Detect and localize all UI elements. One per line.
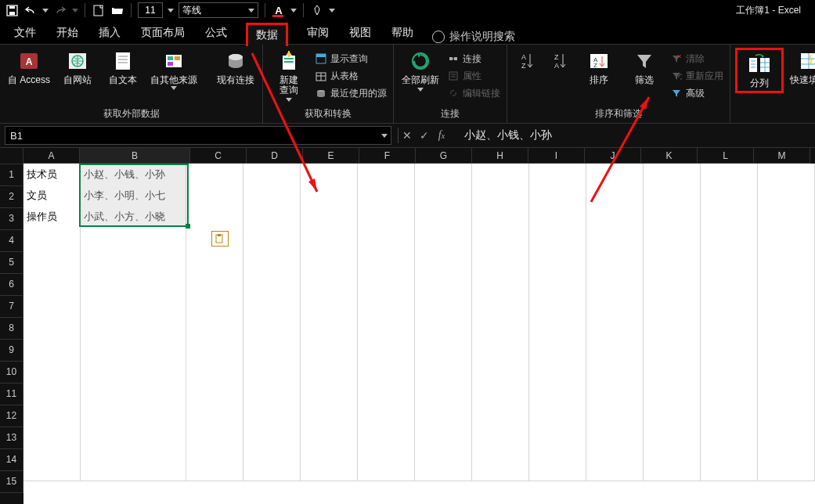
- cell[interactable]: [644, 269, 701, 291]
- cell[interactable]: [586, 438, 644, 460]
- connections-button[interactable]: 连接: [445, 51, 502, 67]
- cell[interactable]: [644, 227, 701, 249]
- cell[interactable]: [23, 459, 81, 481]
- cell[interactable]: [758, 290, 815, 312]
- cell[interactable]: [358, 459, 415, 481]
- cell[interactable]: [243, 248, 301, 270]
- cell[interactable]: [415, 354, 472, 376]
- cell[interactable]: [472, 185, 529, 207]
- cell[interactable]: [186, 354, 243, 376]
- cell[interactable]: [586, 396, 644, 418]
- cell[interactable]: [186, 311, 243, 333]
- cell[interactable]: [243, 333, 301, 355]
- name-box[interactable]: [5, 126, 391, 145]
- sort-desc-button[interactable]: ZA: [545, 48, 575, 74]
- cell[interactable]: [358, 438, 415, 460]
- cell[interactable]: [81, 375, 186, 397]
- row-header[interactable]: 1: [0, 164, 23, 186]
- name-box-input[interactable]: [5, 130, 62, 142]
- cell[interactable]: 技术员: [23, 164, 81, 185]
- cell[interactable]: [701, 459, 758, 481]
- font-size-dropdown-icon[interactable]: [168, 9, 174, 13]
- cell[interactable]: [472, 333, 529, 355]
- cell[interactable]: [701, 333, 758, 355]
- cell[interactable]: [243, 269, 301, 291]
- cell[interactable]: [701, 206, 758, 228]
- cell[interactable]: [758, 185, 815, 207]
- cell[interactable]: [186, 269, 243, 291]
- cell[interactable]: [301, 185, 358, 207]
- reapply-button[interactable]: 重新应用: [669, 68, 725, 84]
- cell[interactable]: [358, 227, 415, 249]
- cell[interactable]: [81, 438, 186, 460]
- cell[interactable]: [758, 311, 815, 333]
- cell[interactable]: [529, 333, 586, 355]
- existing-connections-button[interactable]: 现有连接: [214, 48, 258, 87]
- cell[interactable]: [586, 375, 644, 397]
- cell[interactable]: [186, 248, 243, 270]
- cell[interactable]: [81, 396, 186, 418]
- row-header[interactable]: 12: [0, 405, 23, 427]
- cell[interactable]: [81, 227, 186, 249]
- sort-button[interactable]: AZ排序: [578, 48, 620, 87]
- cell[interactable]: [586, 269, 644, 291]
- cell[interactable]: [644, 248, 701, 270]
- cell[interactable]: [758, 396, 815, 418]
- cell[interactable]: [23, 227, 81, 249]
- cell[interactable]: [243, 459, 301, 481]
- cell[interactable]: [586, 311, 644, 333]
- cell[interactable]: [758, 459, 815, 481]
- font-color-dropdown-icon[interactable]: [290, 9, 297, 13]
- cell[interactable]: [81, 417, 186, 439]
- cell[interactable]: [529, 206, 586, 228]
- cell[interactable]: [415, 375, 472, 397]
- cell[interactable]: [415, 206, 472, 228]
- column-header[interactable]: A: [23, 148, 80, 164]
- column-header[interactable]: D: [247, 148, 303, 164]
- cell[interactable]: [301, 164, 358, 185]
- cell[interactable]: [81, 333, 186, 355]
- cell[interactable]: [472, 311, 529, 333]
- cell[interactable]: [415, 459, 472, 481]
- cell[interactable]: [701, 375, 758, 397]
- cell[interactable]: [529, 227, 586, 249]
- cell[interactable]: [415, 248, 472, 270]
- cell[interactable]: [644, 206, 701, 228]
- cell[interactable]: [529, 438, 586, 460]
- redo-icon[interactable]: [53, 3, 67, 17]
- chevron-down-icon[interactable]: [381, 134, 388, 138]
- column-header[interactable]: L: [698, 148, 754, 164]
- cell[interactable]: [243, 311, 301, 333]
- tab-insert[interactable]: 插入: [97, 20, 122, 44]
- cell[interactable]: [644, 164, 701, 185]
- cell[interactable]: [415, 311, 472, 333]
- cell[interactable]: [701, 164, 758, 185]
- show-queries-button[interactable]: 显示查询: [313, 51, 388, 67]
- cell[interactable]: [301, 269, 358, 291]
- cell[interactable]: [701, 311, 758, 333]
- cell[interactable]: [529, 375, 586, 397]
- cell[interactable]: [23, 354, 81, 376]
- save-icon[interactable]: [5, 3, 19, 17]
- cell[interactable]: [586, 354, 644, 376]
- row-header[interactable]: 7: [0, 296, 23, 318]
- cell[interactable]: [529, 185, 586, 207]
- cell[interactable]: [472, 269, 529, 291]
- cell[interactable]: [701, 269, 758, 291]
- cell[interactable]: [358, 311, 415, 333]
- cell[interactable]: [243, 417, 301, 439]
- cell[interactable]: [701, 417, 758, 439]
- from-access-button[interactable]: A自 Access: [5, 48, 53, 87]
- cell[interactable]: [586, 206, 644, 228]
- undo-icon[interactable]: [23, 3, 38, 17]
- clear-filter-button[interactable]: 清除: [669, 51, 725, 67]
- cell[interactable]: [529, 354, 586, 376]
- cell[interactable]: [701, 290, 758, 312]
- recent-sources-button[interactable]: 最近使用的源: [313, 85, 388, 101]
- flash-fill-button[interactable]: 快速填充: [787, 48, 815, 87]
- select-all-corner[interactable]: [0, 148, 23, 164]
- cell[interactable]: [529, 164, 586, 185]
- column-header[interactable]: K: [641, 148, 698, 164]
- cell[interactable]: [243, 354, 301, 376]
- cell[interactable]: [23, 290, 81, 312]
